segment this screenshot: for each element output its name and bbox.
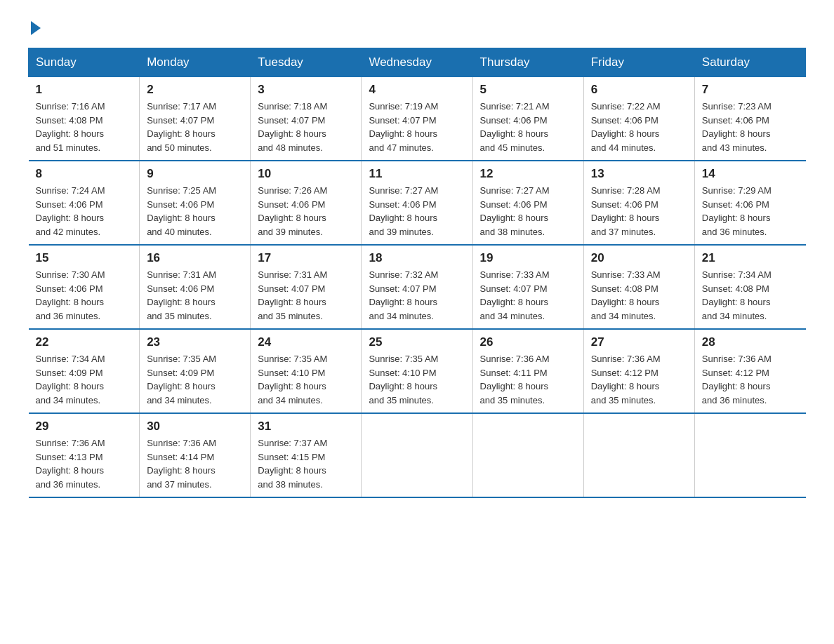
weekday-header-row: SundayMondayTuesdayWednesdayThursdayFrid…	[29, 48, 806, 77]
day-number: 13	[591, 167, 687, 181]
calendar-cell: 9Sunrise: 7:25 AMSunset: 4:06 PMDaylight…	[140, 161, 251, 245]
day-info: Sunrise: 7:37 AMSunset: 4:15 PMDaylight:…	[258, 436, 354, 491]
day-number: 28	[702, 335, 799, 349]
day-number: 27	[591, 335, 687, 349]
weekday-header-friday: Friday	[583, 48, 694, 77]
calendar-cell: 20Sunrise: 7:33 AMSunset: 4:08 PMDayligh…	[583, 245, 694, 329]
calendar-cell	[362, 413, 472, 497]
day-info: Sunrise: 7:21 AMSunset: 4:06 PMDaylight:…	[480, 100, 576, 154]
day-info: Sunrise: 7:36 AMSunset: 4:12 PMDaylight:…	[702, 352, 799, 407]
calendar-cell: 2Sunrise: 7:17 AMSunset: 4:07 PMDaylight…	[140, 77, 251, 161]
day-number: 21	[702, 251, 799, 265]
calendar-cell: 31Sunrise: 7:37 AMSunset: 4:15 PMDayligh…	[251, 413, 362, 497]
weekday-header-sunday: Sunday	[29, 48, 140, 77]
calendar-week-row: 22Sunrise: 7:34 AMSunset: 4:09 PMDayligh…	[29, 329, 806, 413]
day-number: 11	[369, 167, 465, 181]
weekday-header-thursday: Thursday	[472, 48, 583, 77]
calendar-cell: 21Sunrise: 7:34 AMSunset: 4:08 PMDayligh…	[694, 245, 805, 329]
day-number: 16	[147, 251, 243, 265]
calendar-cell: 26Sunrise: 7:36 AMSunset: 4:11 PMDayligh…	[472, 329, 583, 413]
day-info: Sunrise: 7:22 AMSunset: 4:06 PMDaylight:…	[591, 100, 687, 154]
day-number: 18	[369, 251, 465, 265]
calendar-cell: 3Sunrise: 7:18 AMSunset: 4:07 PMDaylight…	[251, 77, 362, 161]
calendar-cell: 18Sunrise: 7:32 AMSunset: 4:07 PMDayligh…	[362, 245, 472, 329]
day-number: 25	[369, 335, 465, 349]
day-number: 9	[147, 167, 243, 181]
calendar-cell: 27Sunrise: 7:36 AMSunset: 4:12 PMDayligh…	[583, 329, 694, 413]
logo	[28, 21, 41, 34]
day-info: Sunrise: 7:29 AMSunset: 4:06 PMDaylight:…	[702, 184, 799, 239]
day-info: Sunrise: 7:36 AMSunset: 4:14 PMDaylight:…	[147, 436, 243, 491]
calendar-cell: 4Sunrise: 7:19 AMSunset: 4:07 PMDaylight…	[362, 77, 472, 161]
day-info: Sunrise: 7:25 AMSunset: 4:06 PMDaylight:…	[147, 184, 243, 239]
page-header	[28, 21, 806, 34]
calendar-cell	[583, 413, 694, 497]
day-info: Sunrise: 7:27 AMSunset: 4:06 PMDaylight:…	[369, 184, 465, 239]
calendar-cell: 23Sunrise: 7:35 AMSunset: 4:09 PMDayligh…	[140, 329, 251, 413]
day-number: 24	[258, 335, 354, 349]
day-number: 3	[258, 83, 354, 97]
day-info: Sunrise: 7:24 AMSunset: 4:06 PMDaylight:…	[36, 184, 133, 239]
day-number: 10	[258, 167, 354, 181]
calendar-week-row: 8Sunrise: 7:24 AMSunset: 4:06 PMDaylight…	[29, 161, 806, 245]
calendar-cell: 25Sunrise: 7:35 AMSunset: 4:10 PMDayligh…	[362, 329, 472, 413]
weekday-header-saturday: Saturday	[694, 48, 805, 77]
day-number: 1	[36, 83, 133, 97]
day-info: Sunrise: 7:36 AMSunset: 4:13 PMDaylight:…	[36, 436, 133, 491]
calendar-cell: 29Sunrise: 7:36 AMSunset: 4:13 PMDayligh…	[29, 413, 140, 497]
calendar-cell: 10Sunrise: 7:26 AMSunset: 4:06 PMDayligh…	[251, 161, 362, 245]
day-number: 31	[258, 420, 354, 434]
calendar-cell: 22Sunrise: 7:34 AMSunset: 4:09 PMDayligh…	[29, 329, 140, 413]
calendar-cell: 5Sunrise: 7:21 AMSunset: 4:06 PMDaylight…	[472, 77, 583, 161]
day-info: Sunrise: 7:17 AMSunset: 4:07 PMDaylight:…	[147, 100, 243, 154]
calendar-cell: 24Sunrise: 7:35 AMSunset: 4:10 PMDayligh…	[251, 329, 362, 413]
day-number: 7	[702, 83, 799, 97]
calendar-cell: 7Sunrise: 7:23 AMSunset: 4:06 PMDaylight…	[694, 77, 805, 161]
day-info: Sunrise: 7:27 AMSunset: 4:06 PMDaylight:…	[480, 184, 576, 239]
calendar-cell: 6Sunrise: 7:22 AMSunset: 4:06 PMDaylight…	[583, 77, 694, 161]
day-info: Sunrise: 7:28 AMSunset: 4:06 PMDaylight:…	[591, 184, 687, 239]
day-info: Sunrise: 7:23 AMSunset: 4:06 PMDaylight:…	[702, 100, 799, 154]
day-number: 8	[36, 167, 133, 181]
calendar-cell: 28Sunrise: 7:36 AMSunset: 4:12 PMDayligh…	[694, 329, 805, 413]
day-info: Sunrise: 7:34 AMSunset: 4:08 PMDaylight:…	[702, 268, 799, 323]
calendar-cell: 13Sunrise: 7:28 AMSunset: 4:06 PMDayligh…	[583, 161, 694, 245]
day-info: Sunrise: 7:34 AMSunset: 4:09 PMDaylight:…	[36, 352, 133, 407]
calendar-cell: 14Sunrise: 7:29 AMSunset: 4:06 PMDayligh…	[694, 161, 805, 245]
day-number: 2	[147, 83, 243, 97]
day-number: 6	[591, 83, 687, 97]
day-info: Sunrise: 7:31 AMSunset: 4:06 PMDaylight:…	[147, 268, 243, 323]
calendar-cell	[694, 413, 805, 497]
day-info: Sunrise: 7:32 AMSunset: 4:07 PMDaylight:…	[369, 268, 465, 323]
day-number: 26	[480, 335, 576, 349]
day-info: Sunrise: 7:31 AMSunset: 4:07 PMDaylight:…	[258, 268, 354, 323]
calendar-table: SundayMondayTuesdayWednesdayThursdayFrid…	[28, 48, 806, 498]
calendar-cell: 15Sunrise: 7:30 AMSunset: 4:06 PMDayligh…	[29, 245, 140, 329]
day-number: 22	[36, 335, 133, 349]
day-info: Sunrise: 7:30 AMSunset: 4:06 PMDaylight:…	[36, 268, 133, 323]
day-number: 20	[591, 251, 687, 265]
weekday-header-monday: Monday	[140, 48, 251, 77]
calendar-cell	[472, 413, 583, 497]
day-info: Sunrise: 7:35 AMSunset: 4:10 PMDaylight:…	[258, 352, 354, 407]
calendar-cell: 30Sunrise: 7:36 AMSunset: 4:14 PMDayligh…	[140, 413, 251, 497]
day-info: Sunrise: 7:33 AMSunset: 4:08 PMDaylight:…	[591, 268, 687, 323]
weekday-header-wednesday: Wednesday	[362, 48, 472, 77]
day-info: Sunrise: 7:26 AMSunset: 4:06 PMDaylight:…	[258, 184, 354, 239]
calendar-cell: 12Sunrise: 7:27 AMSunset: 4:06 PMDayligh…	[472, 161, 583, 245]
day-number: 14	[702, 167, 799, 181]
logo-blue-text	[28, 21, 41, 34]
calendar-cell: 8Sunrise: 7:24 AMSunset: 4:06 PMDaylight…	[29, 161, 140, 245]
day-info: Sunrise: 7:36 AMSunset: 4:12 PMDaylight:…	[591, 352, 687, 407]
day-number: 5	[480, 83, 576, 97]
day-number: 29	[36, 420, 133, 434]
calendar-cell: 16Sunrise: 7:31 AMSunset: 4:06 PMDayligh…	[140, 245, 251, 329]
day-info: Sunrise: 7:18 AMSunset: 4:07 PMDaylight:…	[258, 100, 354, 154]
day-info: Sunrise: 7:33 AMSunset: 4:07 PMDaylight:…	[480, 268, 576, 323]
day-number: 4	[369, 83, 465, 97]
day-number: 19	[480, 251, 576, 265]
calendar-week-row: 15Sunrise: 7:30 AMSunset: 4:06 PMDayligh…	[29, 245, 806, 329]
calendar-cell: 1Sunrise: 7:16 AMSunset: 4:08 PMDaylight…	[29, 77, 140, 161]
day-number: 12	[480, 167, 576, 181]
day-info: Sunrise: 7:19 AMSunset: 4:07 PMDaylight:…	[369, 100, 465, 154]
